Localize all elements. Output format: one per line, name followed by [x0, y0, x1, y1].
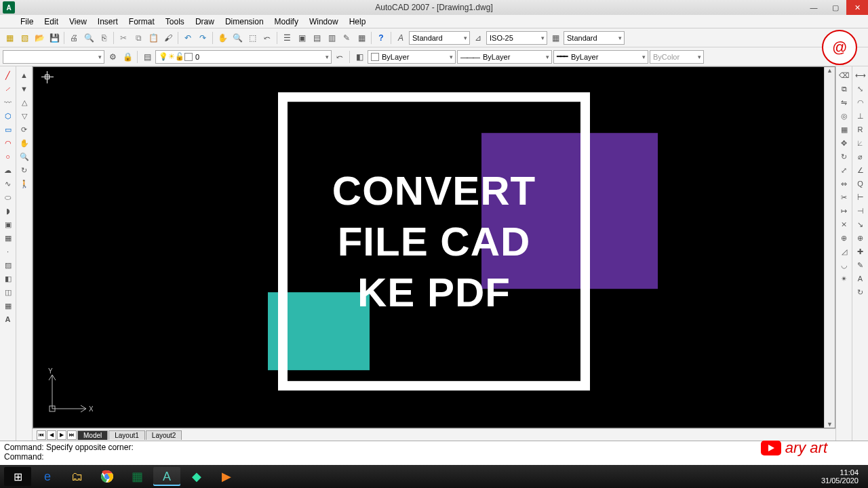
menu-format[interactable]: Format: [123, 16, 160, 28]
trim-icon[interactable]: ✂: [838, 191, 850, 203]
help-icon[interactable]: ?: [374, 31, 388, 45]
taskbar-chrome-icon[interactable]: [94, 467, 121, 486]
dim-linear-icon[interactable]: ⟷: [854, 69, 867, 81]
tab-first-icon[interactable]: ⏮: [37, 430, 46, 440]
menu-modify[interactable]: Modify: [269, 16, 304, 28]
tab-layout2[interactable]: Layout2: [146, 430, 182, 440]
array-icon[interactable]: ▦: [838, 123, 850, 136]
region-icon[interactable]: ◫: [2, 286, 14, 298]
walk-icon[interactable]: 🚶: [18, 178, 31, 190]
bring-front-icon[interactable]: ▲: [18, 69, 31, 81]
table-icon[interactable]: ▦: [2, 300, 14, 312]
fillet-icon[interactable]: ◡: [838, 259, 850, 271]
gradient-icon[interactable]: ◧: [2, 272, 14, 285]
table-style-dd[interactable]: Standard: [564, 31, 625, 45]
start-button[interactable]: ⊞: [4, 467, 31, 486]
dim-center-icon[interactable]: ✚: [854, 245, 867, 258]
send-back-icon[interactable]: ▼: [18, 83, 31, 95]
menu-file[interactable]: File: [15, 16, 39, 28]
move-icon[interactable]: ✥: [838, 137, 850, 149]
menu-tools[interactable]: Tools: [160, 16, 190, 28]
ellipse-icon[interactable]: ⬭: [2, 191, 14, 203]
properties-icon[interactable]: ☰: [280, 31, 294, 45]
revcloud-icon[interactable]: ☁: [2, 164, 14, 176]
tab-last-icon[interactable]: ⏭: [67, 430, 77, 440]
menu-window[interactable]: Window: [304, 16, 344, 28]
dim-leader-icon[interactable]: ↘: [854, 218, 867, 230]
arc-icon[interactable]: ◠: [2, 137, 14, 149]
dim-quick-icon[interactable]: Q: [854, 178, 867, 190]
taskbar-excel-icon[interactable]: ▦: [123, 467, 151, 486]
pan-icon-side[interactable]: ✋: [18, 137, 31, 149]
erase-icon[interactable]: ⌫: [838, 69, 850, 81]
polygon-icon[interactable]: ⬡: [2, 110, 14, 122]
rectangle-icon[interactable]: ▭: [2, 123, 14, 136]
circle-icon[interactable]: ○: [2, 150, 14, 163]
tab-model[interactable]: Model: [77, 430, 108, 440]
close-button[interactable]: ✕: [846, 0, 868, 15]
sheet-set-icon[interactable]: ▥: [325, 31, 338, 45]
offset-icon[interactable]: ◎: [838, 110, 850, 122]
zoom-prev-icon[interactable]: ⤺: [260, 31, 274, 45]
dim-update-icon[interactable]: ↻: [854, 286, 867, 298]
cut-icon[interactable]: ✂: [117, 31, 130, 45]
zoom-rt-icon[interactable]: 🔍: [231, 31, 244, 45]
dim-arc-icon[interactable]: ◠: [854, 96, 867, 108]
menu-view[interactable]: View: [64, 16, 92, 28]
explode-icon[interactable]: ✴: [838, 272, 850, 285]
line-icon[interactable]: ╱: [2, 69, 14, 81]
new-icon[interactable]: ▦: [3, 31, 16, 45]
drawing-canvas[interactable]: CONVERT FILE CAD KE PDF X Y: [33, 66, 835, 428]
dim-style-dd[interactable]: ISO-25: [486, 31, 547, 45]
plot-preview-icon[interactable]: 🔍: [82, 31, 96, 45]
publish-icon[interactable]: ⎘: [97, 31, 111, 45]
taskbar-ie-icon[interactable]: e: [34, 467, 61, 486]
insert-block-icon[interactable]: ▣: [2, 218, 14, 230]
menu-help[interactable]: Help: [344, 16, 372, 28]
lineweight-dd[interactable]: ━━━ByLayer: [553, 50, 648, 64]
xline-icon[interactable]: ⟋: [2, 83, 14, 95]
menu-insert[interactable]: Insert: [92, 16, 123, 28]
zoom-icon-side[interactable]: 🔍: [18, 150, 31, 163]
layer-props-icon[interactable]: ▤: [140, 50, 154, 64]
dim-aligned-icon[interactable]: ⤡: [854, 83, 867, 95]
plotstyle-dd[interactable]: ByColor: [650, 50, 704, 64]
textstyle-icon[interactable]: A: [394, 31, 408, 45]
undo-icon[interactable]: ↶: [181, 31, 195, 45]
dimstyle-icon[interactable]: ⊿: [471, 31, 485, 45]
break-icon[interactable]: ⨯: [838, 218, 850, 230]
stretch-icon[interactable]: ⇔: [838, 178, 850, 190]
join-icon[interactable]: ⊕: [838, 232, 850, 244]
vertical-scrollbar[interactable]: [824, 67, 835, 428]
bring-above-icon[interactable]: △: [18, 96, 31, 108]
3d-orbit-icon[interactable]: ⟳: [18, 123, 31, 136]
extend-icon[interactable]: ↦: [838, 205, 850, 217]
ellipse-arc-icon[interactable]: ◗: [2, 205, 14, 217]
zoom-window-icon[interactable]: ⬚: [245, 31, 259, 45]
layer-dd[interactable]: 💡 ☀ 🔓 0: [155, 50, 332, 64]
tab-next-icon[interactable]: ▶: [57, 430, 66, 440]
plot-icon[interactable]: 🖨: [67, 31, 81, 45]
dim-continue-icon[interactable]: ⊣: [854, 205, 867, 217]
dim-angular-icon[interactable]: ∠: [854, 164, 867, 176]
save-icon[interactable]: 💾: [47, 31, 61, 45]
tablestyle-icon[interactable]: ▦: [549, 31, 562, 45]
menu-edit[interactable]: Edit: [39, 16, 64, 28]
markup-icon[interactable]: ✎: [340, 31, 353, 45]
tab-layout1[interactable]: Layout1: [108, 430, 145, 440]
dim-ordinate-icon[interactable]: ⊥: [854, 110, 867, 122]
tab-prev-icon[interactable]: ◀: [47, 430, 56, 440]
color-icon[interactable]: ◧: [353, 50, 366, 64]
open-icon[interactable]: 📂: [33, 31, 46, 45]
scale-icon[interactable]: ⤢: [838, 164, 850, 176]
maximize-button[interactable]: ▢: [825, 0, 846, 15]
workspace-dd[interactable]: [3, 50, 104, 64]
dim-tolerance-icon[interactable]: ⊕: [854, 232, 867, 244]
spline-icon[interactable]: ∿: [2, 178, 14, 190]
workspace-settings-icon[interactable]: ⚙: [106, 50, 119, 64]
send-under-icon[interactable]: ▽: [18, 110, 31, 122]
mirror-icon[interactable]: ⇋: [838, 96, 850, 108]
minimize-button[interactable]: —: [803, 0, 825, 15]
taskbar-autocad-icon[interactable]: A: [153, 467, 180, 486]
taskbar-vlc-icon[interactable]: ▶: [213, 467, 240, 486]
